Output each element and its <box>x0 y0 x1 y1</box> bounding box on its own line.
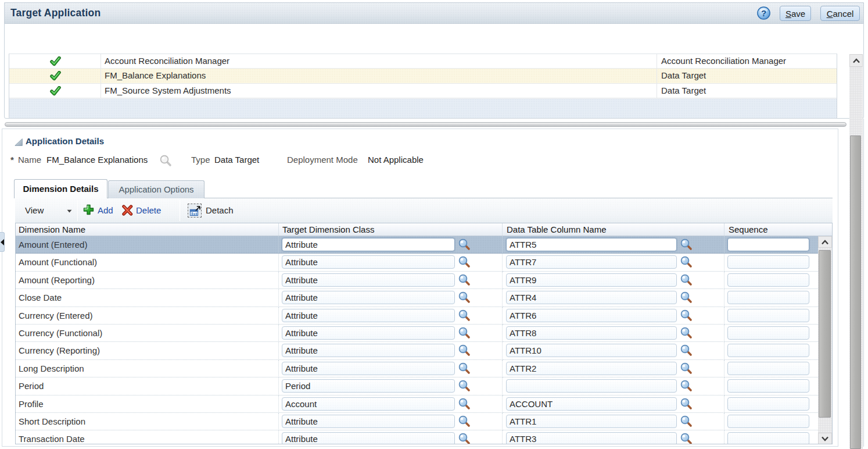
dimension-row[interactable]: Currency (Functional) <box>16 325 818 342</box>
data-column-lookup-button[interactable] <box>680 291 693 305</box>
dimension-name-cell[interactable]: Period <box>16 377 279 395</box>
target-class-lookup-button[interactable] <box>458 415 471 429</box>
target-class-lookup-button[interactable] <box>458 273 471 288</box>
sequence-input[interactable] <box>727 379 809 393</box>
sequence-input[interactable] <box>727 362 809 375</box>
data-column-lookup-button[interactable] <box>680 344 693 358</box>
dimension-name-cell[interactable]: Long Description <box>16 360 279 377</box>
grid-vertical-scrollbar[interactable] <box>818 236 832 444</box>
data-column-lookup-button[interactable] <box>680 415 693 429</box>
data-column-lookup-button[interactable] <box>680 379 693 394</box>
data-table-column-input[interactable] <box>506 326 677 340</box>
data-column-lookup-button[interactable] <box>680 255 693 270</box>
dimension-row[interactable]: Close Date <box>16 289 818 307</box>
dimension-name-cell[interactable]: Currency (Functional) <box>16 325 279 342</box>
data-column-lookup-button[interactable] <box>680 326 693 341</box>
dimension-row[interactable]: Currency (Entered) <box>16 307 818 325</box>
target-dimension-class-input[interactable] <box>282 344 455 357</box>
application-row[interactable]: Account Reconciliation Manager Account R… <box>9 54 837 69</box>
target-class-lookup-button[interactable] <box>458 255 471 270</box>
column-header-target-dimension-class[interactable]: Target Dimension Class <box>279 223 503 236</box>
dimension-row[interactable]: Transaction Date <box>16 430 818 444</box>
sequence-input[interactable] <box>727 326 809 340</box>
target-dimension-class-input[interactable] <box>282 397 455 411</box>
data-table-column-input[interactable] <box>506 309 677 322</box>
data-column-lookup-button[interactable] <box>680 238 693 252</box>
application-row[interactable]: FM_Source System Adjustments Data Target <box>9 84 837 98</box>
dimension-name-cell[interactable]: Transaction Date <box>16 430 279 444</box>
scrollbar-thumb[interactable] <box>819 250 831 418</box>
data-column-lookup-button[interactable] <box>680 362 693 376</box>
data-column-lookup-button[interactable] <box>680 397 693 412</box>
target-class-lookup-button[interactable] <box>458 362 471 376</box>
column-header-data-table-column-name[interactable]: Data Table Column Name <box>503 223 724 236</box>
data-table-column-input[interactable] <box>506 291 677 304</box>
target-class-lookup-button[interactable] <box>458 379 471 394</box>
data-table-column-input[interactable] <box>506 415 677 428</box>
sequence-input[interactable] <box>727 415 809 428</box>
dimension-name-cell[interactable]: Currency (Entered) <box>16 307 279 325</box>
target-dimension-class-input[interactable] <box>282 415 455 428</box>
section-disclosure-icon[interactable] <box>15 138 23 145</box>
target-dimension-class-input[interactable] <box>282 379 455 393</box>
target-dimension-class-input[interactable] <box>282 432 455 444</box>
data-column-lookup-button[interactable] <box>680 432 693 444</box>
data-column-lookup-button[interactable] <box>680 273 693 288</box>
target-dimension-class-input[interactable] <box>282 273 455 287</box>
dimension-name-cell[interactable]: Short Description <box>16 413 279 430</box>
target-dimension-class-input[interactable] <box>282 362 455 375</box>
tab-dimension-details[interactable]: Dimension Details <box>14 179 107 198</box>
application-row[interactable]: FM_Balance Explanations Data Target <box>9 69 837 83</box>
dimension-row[interactable]: Currency (Reporting) <box>16 342 818 359</box>
scrollbar-up-button[interactable] <box>849 54 863 67</box>
delete-button[interactable]: Delete <box>121 198 161 223</box>
tab-application-options[interactable]: Application Options <box>108 180 205 198</box>
dimension-name-cell[interactable]: Close Date <box>16 289 279 307</box>
save-button[interactable]: Save <box>780 6 811 21</box>
dimension-name-cell[interactable]: Currency (Reporting) <box>16 342 279 359</box>
sequence-input[interactable] <box>727 255 809 269</box>
sequence-input[interactable] <box>727 291 809 304</box>
view-menu-button[interactable]: View <box>21 198 74 223</box>
scrollbar-thumb[interactable] <box>850 136 861 449</box>
data-column-lookup-button[interactable] <box>680 309 693 323</box>
name-search-button[interactable] <box>159 154 172 170</box>
dimension-name-cell[interactable]: Amount (Entered) <box>16 236 279 254</box>
sequence-input[interactable] <box>727 238 809 251</box>
dimension-row[interactable]: Long Description <box>16 360 818 377</box>
target-class-lookup-button[interactable] <box>458 432 471 444</box>
help-button[interactable]: ? <box>756 6 771 20</box>
sequence-input[interactable] <box>727 432 809 444</box>
target-dimension-class-input[interactable] <box>282 238 455 251</box>
target-class-lookup-button[interactable] <box>458 326 471 341</box>
target-dimension-class-input[interactable] <box>282 326 455 340</box>
data-table-column-input[interactable] <box>506 344 677 357</box>
data-table-column-input[interactable] <box>506 273 677 287</box>
target-class-lookup-button[interactable] <box>458 344 471 358</box>
dimension-row[interactable]: Amount (Functional) <box>16 254 818 271</box>
target-dimension-class-input[interactable] <box>282 291 455 304</box>
target-class-lookup-button[interactable] <box>458 309 471 323</box>
cancel-button[interactable]: Cancel <box>820 6 860 21</box>
data-table-column-input[interactable] <box>506 432 677 444</box>
dimension-row[interactable]: Short Description <box>16 413 818 430</box>
sequence-input[interactable] <box>727 309 809 322</box>
target-class-lookup-button[interactable] <box>458 397 471 412</box>
target-class-lookup-button[interactable] <box>458 291 471 305</box>
sequence-input[interactable] <box>727 273 809 287</box>
data-table-column-input[interactable] <box>506 362 677 375</box>
target-dimension-class-input[interactable] <box>282 309 455 322</box>
data-table-column-input[interactable] <box>506 255 677 269</box>
data-table-column-input[interactable] <box>506 379 677 393</box>
dimension-name-cell[interactable]: Amount (Functional) <box>16 254 279 271</box>
page-vertical-scrollbar[interactable] <box>849 54 863 449</box>
horizontal-splitter[interactable] <box>5 122 847 127</box>
data-table-column-input[interactable] <box>506 397 677 411</box>
dimension-row[interactable]: Period <box>16 377 818 395</box>
column-header-dimension-name[interactable]: Dimension Name <box>16 223 279 236</box>
dimension-row[interactable]: Amount (Reporting) <box>16 272 818 289</box>
data-table-column-input[interactable] <box>506 238 677 251</box>
scrollbar-up-button[interactable] <box>818 236 832 248</box>
target-class-lookup-button[interactable] <box>458 238 471 252</box>
dimension-name-cell[interactable]: Amount (Reporting) <box>16 272 279 289</box>
